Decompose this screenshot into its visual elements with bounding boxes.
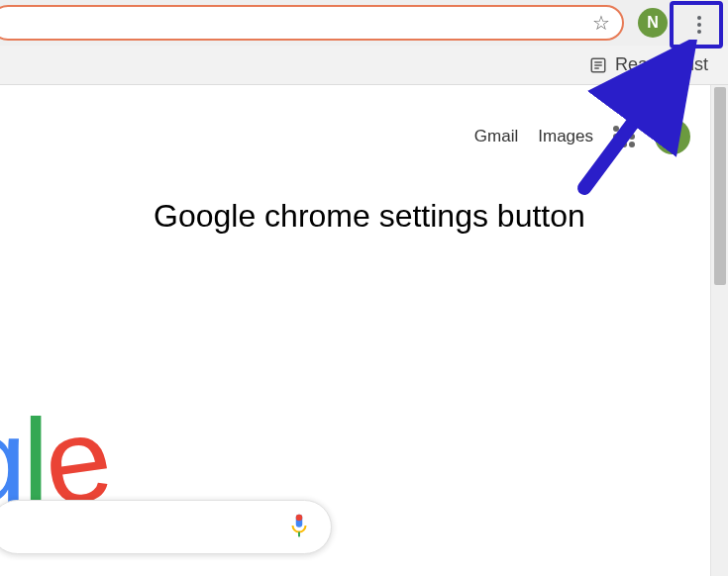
svg-rect-5 xyxy=(296,514,303,521)
scrollbar-thumb[interactable] xyxy=(714,87,726,285)
address-bar[interactable]: ☆ xyxy=(0,5,624,41)
vertical-dots-icon xyxy=(697,16,701,34)
vertical-scrollbar[interactable] xyxy=(710,85,728,576)
bookmarks-bar: Reading list xyxy=(0,46,728,85)
google-search-input[interactable] xyxy=(0,500,332,554)
chrome-menu-button[interactable] xyxy=(679,5,719,45)
reading-list-button[interactable]: Reading list xyxy=(615,54,708,75)
profile-badge-page[interactable]: N xyxy=(655,119,690,154)
bookmark-star-icon[interactable]: ☆ xyxy=(592,13,610,33)
reading-list-icon xyxy=(589,56,607,74)
voice-search-icon[interactable] xyxy=(289,513,309,542)
gmail-link[interactable]: Gmail xyxy=(474,127,518,146)
images-link[interactable]: Images xyxy=(538,127,593,146)
google-header-links: Gmail Images N xyxy=(474,119,690,154)
profile-initial: N xyxy=(647,14,659,32)
profile-badge-toolbar[interactable]: N xyxy=(638,8,668,38)
google-apps-icon[interactable] xyxy=(613,126,635,147)
profile-initial: N xyxy=(667,127,679,147)
page-content: Gmail Images N g l e xyxy=(0,85,710,576)
browser-toolbar: ☆ N xyxy=(0,0,728,46)
